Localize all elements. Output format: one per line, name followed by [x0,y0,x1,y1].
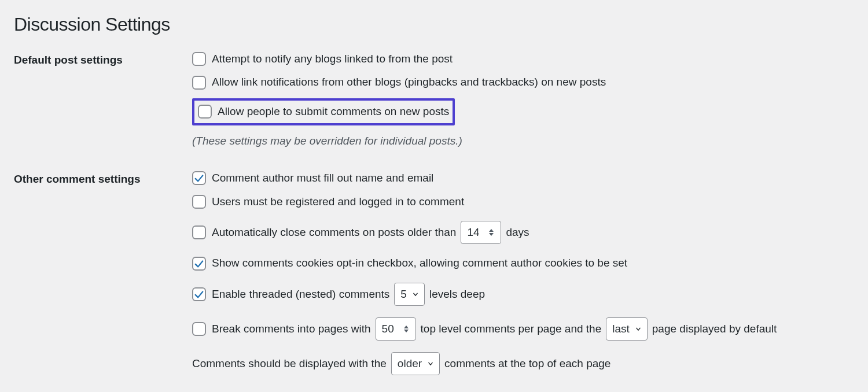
option-pingbacks-label: Allow link notifications from other blog… [212,75,606,90]
input-autoclose-days-value: 14 [467,225,479,241]
select-threaded-value: 5 [400,287,407,302]
option-order: Comments should be displayed with the ol… [192,352,854,375]
checkbox-threaded[interactable] [192,287,206,301]
select-comment-order-value: older [398,356,422,372]
checkbox-notify-blogs[interactable] [192,52,206,66]
other-comment-settings-row: Other comment settings Comment author mu… [14,171,854,375]
option-paginate: Break comments into pages with 50 top le… [192,317,854,341]
option-paginate-mid: top level comments per page and the [421,321,602,337]
default-post-settings-label: Default post settings [14,51,192,68]
default-post-settings-controls: Attempt to notify any blogs linked to fr… [192,51,854,149]
option-registered: Users must be registered and logged in t… [192,194,854,210]
select-threaded-levels[interactable]: 5 [394,283,425,306]
option-name-email-label: Comment author must fill out name and em… [212,171,433,186]
default-post-settings-row: Default post settings Attempt to notify … [14,51,854,149]
option-order-after: comments at the top of each page [444,356,610,372]
chevron-down-icon [426,360,435,368]
select-paginate-default-page[interactable]: last [606,317,648,341]
option-cookies: Show comments cookies opt-in checkbox, a… [192,256,854,271]
option-autoclose-after: days [506,225,529,241]
stepper-icon [404,323,411,335]
option-paginate-before: Break comments into pages with [212,321,371,337]
page-title: Discussion Settings [14,12,854,38]
checkbox-name-email[interactable] [192,171,206,185]
option-name-email: Comment author must fill out name and em… [192,171,854,186]
checkbox-autoclose[interactable] [192,225,206,239]
checkbox-paginate[interactable] [192,322,206,336]
option-autoclose-before: Automatically close comments on posts ol… [212,225,456,241]
option-threaded-after: levels deep [429,287,485,302]
option-allow-comments-label: Allow people to submit comments on new p… [218,104,449,120]
option-allow-comments-row: Allow people to submit comments on new p… [192,98,854,125]
option-cookies-label: Show comments cookies opt-in checkbox, a… [212,256,627,271]
option-registered-label: Users must be registered and logged in t… [212,194,464,210]
option-threaded-before: Enable threaded (nested) comments [212,287,389,302]
option-order-before: Comments should be displayed with the [192,356,387,372]
checkbox-cookies[interactable] [192,257,206,271]
option-pingbacks: Allow link notifications from other blog… [192,75,854,90]
other-comment-settings-label: Other comment settings [14,171,192,187]
default-post-note: (These settings may be overridden for in… [192,134,854,149]
input-autoclose-days[interactable]: 14 [461,221,501,244]
chevron-down-icon [411,290,420,298]
option-autoclose: Automatically close comments on posts ol… [192,221,854,244]
input-paginate-count[interactable]: 50 [376,317,416,341]
checkbox-allow-comments[interactable] [198,105,212,119]
select-paginate-default-value: last [612,321,630,337]
chevron-down-icon [634,325,642,333]
option-threaded: Enable threaded (nested) comments 5 leve… [192,283,854,306]
checkbox-registered[interactable] [192,195,206,209]
option-notify-blogs: Attempt to notify any blogs linked to fr… [192,51,854,67]
select-comment-order[interactable]: older [391,352,440,375]
other-comment-settings-controls: Comment author must fill out name and em… [192,171,854,375]
checkbox-pingbacks[interactable] [192,76,206,90]
option-notify-blogs-label: Attempt to notify any blogs linked to fr… [212,51,453,67]
option-paginate-after: page displayed by default [652,321,777,337]
highlight-allow-comments: Allow people to submit comments on new p… [192,98,455,125]
input-paginate-count-value: 50 [382,321,394,337]
stepper-icon [489,227,496,238]
